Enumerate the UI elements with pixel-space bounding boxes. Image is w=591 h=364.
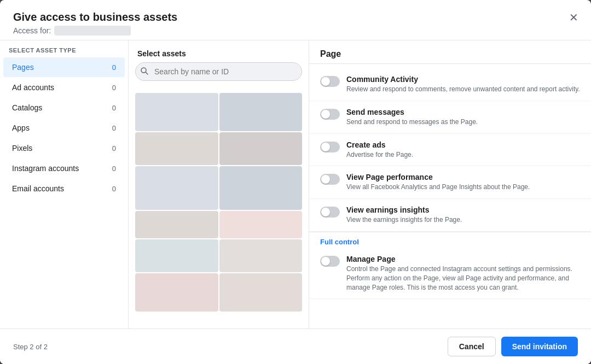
select-assets-panel: Select assets	[129, 40, 309, 328]
asset-type-panel: Select asset type Pages0Ad accounts0Cata…	[0, 40, 129, 328]
asset-type-item-apps[interactable]: Apps0	[3, 118, 125, 138]
asset-type-item-catalogs[interactable]: Catalogs0	[3, 98, 125, 118]
select-assets-label: Select assets	[129, 40, 309, 62]
step-indicator: Step 2 of 2	[13, 343, 48, 351]
asset-type-item-count: 0	[105, 185, 116, 193]
permission-toggle[interactable]	[320, 256, 340, 267]
permission-item: View Page performance View all Facebook …	[309, 166, 591, 199]
asset-type-item-pages[interactable]: Pages0	[3, 57, 125, 77]
modal-title: Give access to business assets	[13, 11, 578, 24]
search-icon	[141, 67, 148, 77]
access-for-value	[54, 26, 131, 36]
search-input[interactable]	[135, 62, 302, 81]
asset-type-item-count: 0	[105, 63, 116, 72]
permission-toggle[interactable]	[320, 76, 340, 87]
permission-description: View the earnings insights for the Page.	[346, 215, 462, 225]
mosaic-grid	[129, 89, 309, 316]
asset-type-item-email_accounts[interactable]: Email accounts0	[3, 179, 125, 198]
mosaic-cell	[219, 239, 303, 272]
asset-type-item-label: Pixels	[12, 144, 32, 152]
asset-type-item-label: Pages	[12, 63, 34, 72]
send-invitation-button[interactable]: Send invitation	[501, 337, 578, 356]
permission-item: Community Activity Review and respond to…	[309, 68, 591, 101]
permission-title: View Page performance	[346, 173, 530, 181]
permission-title: Send messages	[346, 108, 478, 116]
permissions-list: Community Activity Review and respond to…	[309, 64, 591, 328]
modal-overlay: Give access to business assets Access fo…	[0, 0, 591, 364]
permission-description: Send and respond to messages as the Page…	[346, 118, 478, 127]
full-control-divider: Full control	[309, 232, 591, 248]
permission-content: Create ads Advertise for the Page.	[346, 140, 413, 160]
mosaic-cell	[135, 239, 218, 272]
permission-content: View earnings insights View the earnings…	[346, 206, 462, 225]
mosaic-cell	[219, 273, 303, 312]
permission-content: View Page performance View all Facebook …	[346, 173, 530, 192]
permission-description: Advertise for the Page.	[346, 150, 413, 160]
permissions-header: Page	[309, 40, 591, 64]
modal-header: Give access to business assets Access fo…	[0, 0, 591, 40]
permission-item: Create ads Advertise for the Page.	[309, 134, 591, 167]
access-for-label: Access for:	[13, 26, 51, 35]
modal-subtitle: Access for:	[13, 26, 578, 36]
asset-type-item-label: Apps	[12, 124, 30, 132]
asset-type-item-label: Ad accounts	[12, 83, 54, 92]
asset-type-item-pixels[interactable]: Pixels0	[3, 138, 125, 158]
permission-content: Send messages Send and respond to messag…	[346, 108, 478, 127]
permission-toggle[interactable]	[320, 174, 340, 185]
asset-type-item-label: Instagram accounts	[12, 164, 79, 173]
asset-type-item-label: Catalogs	[12, 103, 42, 112]
asset-type-item-count: 0	[105, 144, 116, 152]
permission-description: Control the Page and connected Instagram…	[346, 265, 580, 292]
close-button[interactable]: ✕	[565, 9, 582, 26]
svg-line-1	[146, 72, 148, 74]
search-box	[135, 62, 302, 81]
mosaic-cell	[135, 93, 218, 131]
permission-content: Manage Page Control the Page and connect…	[346, 255, 580, 292]
permissions-panel: Page Community Activity Review and respo…	[309, 40, 591, 328]
mosaic-cell	[135, 132, 218, 165]
footer-actions: Cancel Send invitation	[448, 337, 578, 356]
mosaic-cell	[219, 211, 303, 238]
permission-description: View all Facebook Analytics and Page Ins…	[346, 183, 530, 192]
permission-toggle[interactable]	[320, 142, 340, 152]
mosaic-cell	[135, 166, 218, 210]
asset-type-item-instagram_accounts[interactable]: Instagram accounts0	[3, 158, 125, 178]
mosaic-cell	[135, 273, 218, 312]
asset-type-item-count: 0	[105, 165, 116, 173]
asset-type-item-count: 0	[105, 84, 116, 92]
assets-list	[129, 86, 309, 328]
mosaic-cell	[135, 211, 218, 238]
permission-content: Community Activity Review and respond to…	[346, 75, 580, 94]
asset-type-list: Pages0Ad accounts0Catalogs0Apps0Pixels0I…	[0, 57, 128, 199]
mosaic-cell	[219, 93, 303, 131]
asset-type-label: Select asset type	[0, 40, 128, 57]
mosaic-cell	[219, 166, 303, 210]
permission-title: Community Activity	[346, 75, 580, 84]
modal-footer: Step 2 of 2 Cancel Send invitation	[0, 328, 591, 364]
permission-item: View earnings insights View the earnings…	[309, 199, 591, 232]
mosaic-cell	[219, 132, 303, 165]
permission-title: Create ads	[346, 140, 413, 149]
permission-title: Manage Page	[346, 255, 580, 263]
permission-title: View earnings insights	[346, 206, 462, 214]
asset-type-item-count: 0	[105, 104, 116, 112]
permission-toggle[interactable]	[320, 109, 340, 120]
asset-type-item-ad_accounts[interactable]: Ad accounts0	[3, 78, 125, 97]
permission-description: Review and respond to comments, remove u…	[346, 85, 580, 94]
permission-item: Send messages Send and respond to messag…	[309, 101, 591, 134]
close-icon: ✕	[569, 11, 578, 24]
asset-type-item-count: 0	[105, 124, 116, 132]
permission-item: Manage Page Control the Page and connect…	[309, 248, 591, 299]
permission-toggle[interactable]	[320, 207, 340, 218]
cancel-button[interactable]: Cancel	[448, 337, 496, 356]
modal-body: Select asset type Pages0Ad accounts0Cata…	[0, 40, 591, 328]
modal: Give access to business assets Access fo…	[0, 0, 591, 364]
asset-type-item-label: Email accounts	[12, 184, 64, 193]
